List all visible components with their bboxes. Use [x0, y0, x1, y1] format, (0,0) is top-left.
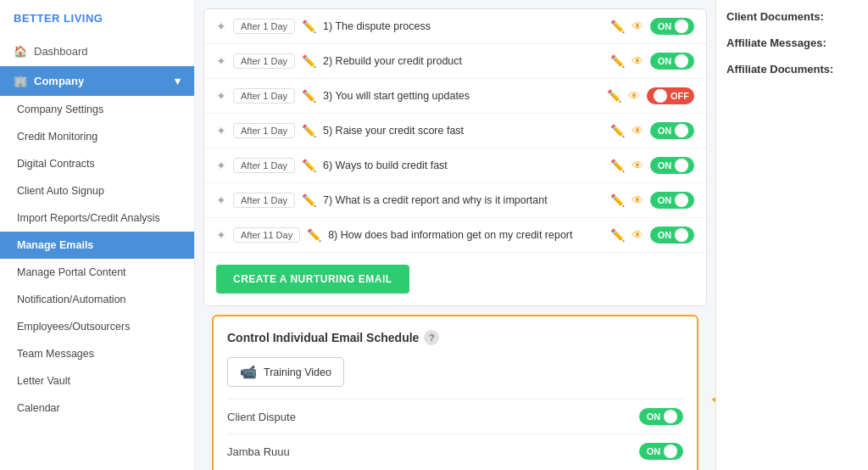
chevron-down-icon: ▾	[175, 75, 181, 87]
eye-icon[interactable]: 👁	[632, 193, 643, 207]
drag-handle-icon[interactable]: ✦	[216, 124, 226, 137]
toggle-circle	[664, 410, 677, 423]
edit-icon-2[interactable]: ✏️	[610, 228, 625, 242]
edit-icon-2[interactable]: ✏️	[610, 124, 625, 137]
main-content: ✦ After 1 Day ✏️ 1) The dispute process …	[195, 0, 868, 470]
day-badge: After 11 Day	[233, 227, 300, 243]
control-individual-email-section: Control Individual Email Schedule ? 📹 Tr…	[212, 315, 698, 470]
sidebar-item-import-reports[interactable]: Import Reports/Credit Analysis	[0, 204, 194, 232]
eye-icon[interactable]: 👁	[632, 228, 643, 242]
edit-icon[interactable]: ✏️	[302, 193, 316, 207]
toggle-circle	[675, 159, 688, 172]
toggle-on[interactable]: ON	[650, 53, 694, 70]
edit-icon-2[interactable]: ✏️	[610, 54, 625, 68]
content-area: ✦ After 1 Day ✏️ 1) The dispute process …	[195, 0, 868, 470]
email-title: 5) Raise your credit score fast	[323, 125, 604, 137]
eye-icon[interactable]: 👁	[632, 54, 643, 68]
sidebar-item-company-settings[interactable]: Company Settings	[0, 96, 194, 123]
toggle-off[interactable]: OFF	[647, 87, 694, 104]
sidebar-company-header[interactable]: 🏢 Company ▾	[0, 66, 194, 96]
toggle-label: ON	[647, 446, 661, 456]
eye-icon[interactable]: 👁	[628, 89, 640, 103]
email-list-section: ✦ After 1 Day ✏️ 1) The dispute process …	[203, 8, 707, 306]
sidebar-item-manage-portal[interactable]: Manage Portal Content	[0, 259, 194, 286]
affiliate-messages-label: Affiliate Messages:	[726, 36, 858, 49]
edit-icon-2[interactable]: ✏️	[610, 193, 625, 207]
toggle-circle	[675, 124, 688, 137]
toggle-label: ON	[658, 230, 672, 240]
create-nurturing-email-button[interactable]: CREATE A NURTURING EMAIL	[216, 265, 409, 294]
edit-icon[interactable]: ✏️	[302, 89, 316, 103]
toggle-label: ON	[658, 160, 672, 171]
drag-handle-icon[interactable]: ✦	[216, 193, 226, 207]
video-camera-icon: 📹	[240, 364, 257, 380]
sidebar-item-manage-emails[interactable]: Manage Emails	[0, 232, 194, 259]
sidebar-item-dashboard[interactable]: 🏠 Dashboard	[0, 36, 194, 66]
sidebar-item-calendar[interactable]: Calendar	[0, 394, 194, 422]
edit-icon-2[interactable]: ✏️	[610, 20, 625, 33]
day-badge: After 1 Day	[233, 158, 295, 173]
toggle-on[interactable]: ON	[650, 122, 694, 139]
toggle-label: ON	[658, 195, 672, 205]
eye-icon[interactable]: 👁	[632, 20, 643, 33]
email-title: 3) You will start getting updates	[323, 90, 600, 102]
toggle-on[interactable]: ON	[650, 157, 694, 174]
edit-icon-2[interactable]: ✏️	[610, 159, 625, 172]
drag-handle-icon[interactable]: ✦	[216, 159, 226, 172]
edit-icon[interactable]: ✏️	[302, 54, 316, 68]
sidebar-item-letter-vault[interactable]: Letter Vault	[0, 367, 194, 394]
client-dispute-label: Client Dispute	[227, 411, 296, 423]
orange-arrow-container	[711, 376, 715, 423]
sidebar-item-digital-contracts[interactable]: Digital Contracts	[0, 150, 194, 177]
toggle-label: ON	[658, 126, 672, 136]
edit-icon[interactable]: ✏️	[302, 20, 316, 33]
toggle-circle	[675, 20, 688, 33]
help-icon[interactable]: ?	[424, 330, 439, 345]
drag-handle-icon[interactable]: ✦	[216, 89, 226, 103]
affiliate-documents-label: Affiliate Documents:	[726, 63, 858, 76]
training-video-label: Training Video	[264, 366, 331, 378]
table-row: ✦ After 1 Day ✏️ 1) The dispute process …	[204, 9, 706, 44]
control-section-title: Control Individual Email Schedule ?	[227, 330, 683, 345]
sidebar-item-employees[interactable]: Employees/Outsourcers	[0, 313, 194, 340]
arrow-left-icon	[711, 376, 715, 423]
edit-icon[interactable]: ✏️	[307, 228, 321, 242]
toggle-label: ON	[658, 56, 672, 66]
edit-icon[interactable]: ✏️	[302, 124, 316, 137]
training-video-button[interactable]: 📹 Training Video	[227, 357, 344, 387]
toggle-label: ON	[647, 411, 661, 422]
client-documents-label: Client Documents:	[726, 10, 858, 23]
email-title: 2) Rebuild your credit product	[323, 55, 604, 67]
sidebar-item-team-messages[interactable]: Team Messages	[0, 340, 194, 367]
toggle-circle	[675, 228, 688, 242]
dashboard-label: Dashboard	[34, 45, 88, 58]
email-title: 6) Ways to build credit fast	[323, 159, 604, 171]
eye-icon[interactable]: 👁	[632, 159, 643, 172]
sidebar-item-notification[interactable]: Notification/Automation	[0, 286, 194, 313]
drag-handle-icon[interactable]: ✦	[216, 20, 226, 33]
sidebar-item-client-auto-signup[interactable]: Client Auto Signup	[0, 177, 194, 204]
day-badge: After 1 Day	[233, 193, 295, 208]
drag-handle-icon[interactable]: ✦	[216, 54, 226, 68]
jamba-ruuu-row: Jamba Ruuu ON	[227, 434, 683, 468]
drag-handle-icon[interactable]: ✦	[216, 228, 226, 242]
table-row: ✦ After 11 Day ✏️ 8) How does bad inform…	[204, 218, 706, 253]
toggle-circle	[675, 193, 688, 207]
company-header-left: 🏢 Company	[14, 75, 84, 87]
company-icon: 🏢	[14, 75, 27, 87]
sidebar-item-credit-monitoring[interactable]: Credit Monitoring	[0, 123, 194, 150]
toggle-on[interactable]: ON	[650, 18, 694, 35]
eye-icon[interactable]: 👁	[632, 124, 643, 137]
sidebar-sub-items: Company Settings Credit Monitoring Digit…	[0, 96, 194, 422]
client-dispute-row: Client Dispute ON	[227, 399, 683, 434]
toggle-on[interactable]: ON	[650, 192, 694, 209]
day-badge: After 1 Day	[233, 123, 295, 138]
center-panel: ✦ After 1 Day ✏️ 1) The dispute process …	[195, 0, 715, 470]
control-section-wrapper: Control Individual Email Schedule ? 📹 Tr…	[203, 315, 707, 470]
edit-icon[interactable]: ✏️	[302, 159, 316, 172]
jamba-ruuu-toggle[interactable]: ON	[639, 443, 683, 460]
edit-icon-2[interactable]: ✏️	[607, 89, 621, 103]
toggle-circle	[654, 89, 667, 103]
toggle-on[interactable]: ON	[650, 227, 694, 243]
client-dispute-toggle[interactable]: ON	[639, 408, 683, 425]
